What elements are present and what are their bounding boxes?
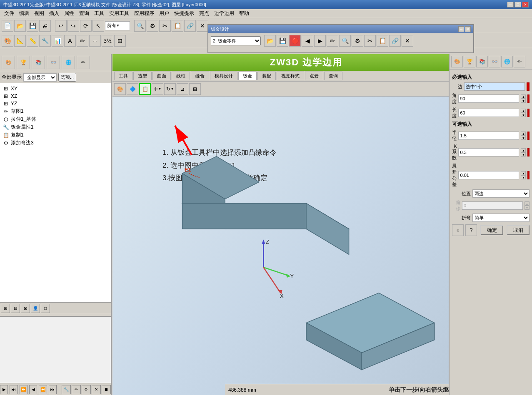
- menu-item-查询[interactable]: 查询: [77, 9, 92, 18]
- vp-tab-线框[interactable]: 线框: [172, 72, 190, 80]
- print-button[interactable]: 🖨: [39, 20, 51, 32]
- panel-btn-10[interactable]: 📋: [377, 35, 388, 47]
- sec-btn-3[interactable]: 📏: [27, 35, 38, 47]
- angle-up[interactable]: ▲: [521, 94, 526, 99]
- radius-down[interactable]: ▼: [521, 136, 526, 140]
- ok-button[interactable]: 确定: [480, 225, 503, 235]
- prev-button[interactable]: ◀: [29, 385, 37, 394]
- vp-tab-工具[interactable]: 工具: [114, 72, 132, 80]
- panel-btn-2[interactable]: 💾: [277, 35, 288, 47]
- sec-btn-4[interactable]: 🔧: [39, 35, 51, 47]
- menu-item-编辑[interactable]: 编辑: [17, 9, 32, 18]
- menu-item-文件[interactable]: 文件: [2, 9, 17, 18]
- vp-tab-装配[interactable]: 装配: [257, 72, 276, 80]
- cancel-button[interactable]: 取消: [507, 225, 530, 235]
- panel-btn-11[interactable]: 🔗: [389, 35, 401, 47]
- sec-btn-2[interactable]: 📐: [14, 35, 26, 47]
- float-panel-close[interactable]: ✕: [465, 26, 471, 32]
- offset-down[interactable]: ▼: [525, 206, 530, 210]
- extra-btn-3[interactable]: ⚙: [82, 385, 91, 394]
- menu-item-用户[interactable]: 用户: [157, 9, 172, 18]
- lp-icon-6[interactable]: ✏: [77, 56, 90, 69]
- float-panel-minimize[interactable]: ─: [458, 26, 464, 32]
- tolerance-up[interactable]: ▲: [521, 171, 526, 175]
- vp-tab-造型[interactable]: 造型: [133, 72, 152, 80]
- menu-item-帮助[interactable]: 帮助: [237, 9, 252, 18]
- vp-icon-3-active[interactable]: 📋: [139, 83, 151, 95]
- show-dropdown[interactable]: 全部显示: [23, 73, 57, 82]
- angle-down[interactable]: ▼: [521, 99, 526, 103]
- radius-input[interactable]: [458, 132, 519, 140]
- radius-up[interactable]: ▲: [521, 132, 526, 136]
- maximize-button[interactable]: □: [515, 2, 521, 7]
- tolerance-down[interactable]: ▼: [521, 175, 526, 179]
- select-button[interactable]: ↖: [92, 20, 104, 32]
- menu-item-实用工具[interactable]: 实用工具: [107, 9, 132, 18]
- kfactor-up[interactable]: ▲: [521, 148, 526, 152]
- tree-item-钣金属性1[interactable]: 🔧钣金属性1: [2, 123, 109, 131]
- vp-icon-scale[interactable]: ⊿: [177, 83, 188, 95]
- menu-item-完点[interactable]: 完点: [197, 9, 212, 18]
- panel-btn-6[interactable]: ✏: [327, 35, 338, 47]
- angle-input[interactable]: [458, 94, 519, 103]
- sec-btn-7[interactable]: ✏: [77, 35, 88, 47]
- close-button[interactable]: ✕: [522, 2, 529, 7]
- prev-all-button[interactable]: ⏪: [39, 385, 47, 394]
- vp-icon-2[interactable]: 🔷: [127, 83, 138, 95]
- rp-icon-1[interactable]: 🎨: [451, 56, 463, 67]
- tree-item-YZ[interactable]: ⊞YZ: [2, 100, 109, 107]
- next-button[interactable]: ⏭: [10, 385, 17, 394]
- lp-icon-1[interactable]: 🎨: [2, 56, 15, 69]
- vp-tab-曲面[interactable]: 曲面: [152, 72, 171, 80]
- sec-btn-8[interactable]: ↔: [89, 35, 101, 47]
- tree-tb-btn-4[interactable]: 👤: [31, 304, 40, 313]
- lp-icon-2[interactable]: 🏆: [17, 56, 30, 69]
- tree-item-XY[interactable]: ⊞XY: [2, 85, 109, 92]
- menu-item-视图[interactable]: 视图: [32, 9, 47, 18]
- menu-item-属性[interactable]: 属性: [62, 9, 77, 18]
- vp-icon-1[interactable]: 🎨: [114, 83, 126, 95]
- sec-btn-5[interactable]: 📊: [52, 35, 63, 47]
- panel-btn-5[interactable]: ▶: [314, 35, 326, 47]
- tb-btn-1[interactable]: 🔍: [134, 20, 146, 32]
- kfactor-down[interactable]: ▼: [521, 152, 526, 157]
- sec-btn-6[interactable]: A: [64, 35, 76, 47]
- extra-btn-5[interactable]: ⏹: [102, 385, 111, 394]
- extra-btn-4[interactable]: ✕: [92, 385, 101, 394]
- sec-btn-9[interactable]: 3½: [102, 35, 113, 47]
- panel-btn-8[interactable]: ⚙: [352, 35, 363, 47]
- bend-select[interactable]: 简单 复杂: [472, 214, 530, 222]
- tree-item-拉伸1_基体[interactable]: ⬡拉伸1_基体: [2, 115, 109, 123]
- tb-btn-6[interactable]: ✕: [197, 20, 208, 32]
- kfactor-input[interactable]: [458, 148, 519, 157]
- extra-btn-2[interactable]: ✏: [72, 385, 81, 394]
- vp-tab-查询[interactable]: 查询: [324, 72, 342, 80]
- offset-input[interactable]: [462, 201, 523, 210]
- tb-btn-4[interactable]: 📋: [172, 20, 183, 32]
- panel-btn-1[interactable]: 📂: [264, 35, 276, 47]
- lp-icon-5[interactable]: 🌐: [62, 56, 75, 69]
- length-down[interactable]: ▼: [521, 113, 526, 117]
- vp-icon-move[interactable]: ✛ ▼: [152, 83, 163, 95]
- panel-dropdown[interactable]: 2. 钣金零件: [211, 36, 261, 45]
- edge-input[interactable]: [464, 82, 525, 91]
- tree-item-添加弯边3[interactable]: ⚙添加弯边3: [2, 139, 109, 147]
- menu-item-工具[interactable]: 工具: [92, 9, 107, 18]
- sec-btn-10[interactable]: ⊞: [114, 35, 126, 47]
- end-button[interactable]: ⏮: [49, 385, 57, 394]
- tb-btn-3[interactable]: ✂: [159, 20, 171, 32]
- play-all-button[interactable]: ⏩: [20, 385, 27, 394]
- lp-icon-3[interactable]: 📚: [32, 56, 45, 69]
- play-button[interactable]: ▶: [0, 385, 8, 394]
- tree-item-草图1[interactable]: ✏草图1: [2, 107, 109, 115]
- tb-btn-5[interactable]: 🔗: [184, 20, 196, 32]
- lp-icon-4[interactable]: 👓: [47, 56, 60, 69]
- tree-item-复制1[interactable]: 📋复制1: [2, 131, 109, 139]
- menu-item-边学边用[interactable]: 边学边用: [212, 9, 237, 18]
- sec-btn-1[interactable]: 🎨: [2, 35, 13, 47]
- tb-btn-2[interactable]: ⚙: [147, 20, 158, 32]
- rp-icon-3[interactable]: 📚: [476, 56, 488, 67]
- vp-tab-缝合[interactable]: 缝合: [191, 72, 209, 80]
- vp-icon-mirror[interactable]: ⊞: [189, 83, 201, 95]
- rp-icon-4[interactable]: 👓: [489, 56, 500, 67]
